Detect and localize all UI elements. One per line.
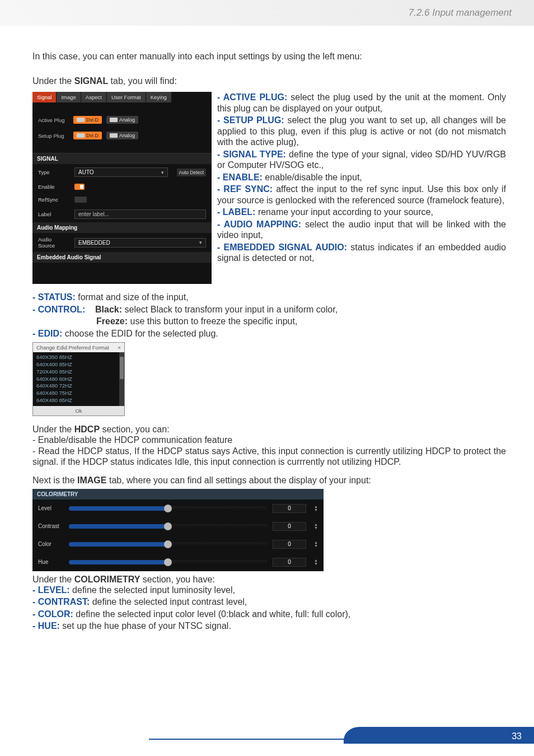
hue-value[interactable]: 0 bbox=[273, 558, 306, 567]
type-select[interactable]: AUTO▾ bbox=[74, 167, 168, 177]
hdcp-line-1: - Enable/disable the HDCP communication … bbox=[32, 435, 506, 446]
chevron-down-icon: ▾ bbox=[199, 240, 202, 245]
hdmi-icon bbox=[77, 118, 85, 122]
contrast-row: Contrast 0 ▲▼ bbox=[32, 517, 324, 535]
under-hdcp-line: Under the HDCP section, you can: bbox=[32, 424, 506, 435]
list-item[interactable]: 640X480 60HZ bbox=[36, 376, 124, 383]
under-signal-line: Under the SIGNAL tab, you will find: bbox=[32, 76, 506, 86]
color-value[interactable]: 0 bbox=[273, 540, 306, 549]
tab-signal[interactable]: Signal bbox=[32, 92, 57, 102]
setup-plug-analog[interactable]: Analog bbox=[106, 132, 138, 139]
label-label: Label bbox=[38, 211, 69, 217]
contrast-value[interactable]: 0 bbox=[273, 522, 306, 531]
label-input[interactable]: enter label... bbox=[74, 209, 206, 219]
signal-subheader: SIGNAL bbox=[32, 153, 212, 164]
type-label: Type bbox=[38, 169, 69, 175]
list-item[interactable]: 720X400 85HZ bbox=[36, 368, 124, 376]
signal-panel-screenshot: Signal Image Aspect User Format Keying A… bbox=[32, 92, 212, 284]
tab-user-format[interactable]: User Format bbox=[107, 92, 146, 102]
close-icon[interactable]: × bbox=[118, 344, 121, 351]
vga-icon bbox=[110, 118, 118, 122]
setup-plug-label: Setup Plug bbox=[38, 133, 69, 139]
control-freeze-line: Freeze: use this button to freeze the sp… bbox=[32, 316, 506, 327]
colorimetry-panel-screenshot: COLORIMETRY Level 0 ▲▼ Contrast 0 ▲▼ Col… bbox=[32, 489, 324, 571]
status-line: - STATUS: format and size of the input, bbox=[32, 292, 506, 303]
enable-toggle[interactable] bbox=[74, 184, 85, 190]
footer-swoosh bbox=[344, 727, 534, 744]
list-item[interactable]: 640X400 85HZ bbox=[36, 361, 124, 368]
audio-source-label: Audio Source bbox=[38, 236, 69, 249]
ok-button[interactable]: Ok bbox=[33, 406, 124, 416]
hue-def: - HUE: set up the hue phase of your NTSC… bbox=[32, 620, 506, 632]
signal-definitions: - ACTIVE PLUG: select the plug used by t… bbox=[217, 92, 506, 284]
edid-modal-screenshot: Change Edid Preferred Format × 640X350 8… bbox=[32, 342, 125, 416]
audio-source-select[interactable]: EMBEDDED▾ bbox=[74, 238, 206, 248]
setup-plug-dvid[interactable]: Dvi.D bbox=[73, 132, 102, 139]
stepper-icon[interactable]: ▲▼ bbox=[314, 523, 318, 530]
level-value[interactable]: 0 bbox=[273, 504, 306, 513]
control-black-line: - CONTROL: Black: select Black to transf… bbox=[32, 304, 506, 315]
level-row: Level 0 ▲▼ bbox=[32, 500, 324, 517]
hdcp-line-2: - Read the HDCP status, If the HDCP stat… bbox=[32, 446, 506, 468]
embedded-audio-header: Embedded Audio Signal bbox=[32, 252, 212, 263]
signal-tabs: Signal Image Aspect User Format Keying bbox=[32, 92, 212, 102]
active-plug-analog[interactable]: Analog bbox=[106, 116, 138, 124]
edid-list[interactable]: 640X350 85HZ 640X400 85HZ 720X400 85HZ 6… bbox=[33, 352, 124, 406]
tab-image[interactable]: Image bbox=[57, 92, 81, 102]
active-plug-label: Active Plug bbox=[38, 117, 69, 123]
list-item[interactable]: 640X350 85HZ bbox=[36, 354, 124, 361]
colorimetry-header: COLORIMETRY bbox=[32, 489, 324, 500]
list-item[interactable]: 640X480 72HZ bbox=[36, 382, 124, 390]
level-slider[interactable] bbox=[69, 506, 267, 511]
list-item[interactable]: 640X480 75HZ bbox=[36, 390, 124, 397]
contrast-def: - CONTRAST: define the selected input co… bbox=[32, 596, 506, 608]
chevron-down-icon: ▾ bbox=[161, 170, 164, 175]
level-def: - LEVEL: define the selected input lumin… bbox=[32, 585, 506, 596]
stepper-icon[interactable]: ▲▼ bbox=[314, 541, 318, 548]
tab-keying[interactable]: Keying bbox=[146, 92, 172, 102]
color-def: - COLOR: define the selected input color… bbox=[32, 609, 506, 620]
edid-line: - EDID: choose the EDID for the selected… bbox=[32, 328, 506, 339]
active-plug-dvid[interactable]: Dvi.D bbox=[73, 116, 102, 124]
page-number: 33 bbox=[512, 731, 522, 741]
tab-aspect[interactable]: Aspect bbox=[81, 92, 107, 102]
contrast-slider[interactable] bbox=[69, 524, 267, 529]
header-section-title: 7.2.6 Input management bbox=[409, 7, 512, 18]
next-image-line: Next is the IMAGE tab, where you can fin… bbox=[32, 475, 506, 486]
hue-row: Hue 0 ▲▼ bbox=[32, 553, 324, 571]
scrollbar[interactable] bbox=[119, 352, 124, 406]
page-header: 7.2.6 Input management bbox=[0, 0, 534, 26]
vga-icon bbox=[110, 133, 118, 138]
under-colorimetry-line: Under the COLORIMETRY section, you have: bbox=[32, 575, 506, 585]
refsync-toggle[interactable] bbox=[74, 197, 87, 203]
color-slider[interactable] bbox=[69, 542, 267, 547]
auto-detect-button[interactable]: Auto Detect bbox=[177, 169, 206, 176]
list-item[interactable]: 640X480 85HZ bbox=[36, 397, 124, 404]
enable-label: Enable bbox=[38, 184, 69, 190]
refsync-label: RefSync bbox=[38, 197, 69, 203]
hue-slider[interactable] bbox=[69, 560, 267, 564]
stepper-icon[interactable]: ▲▼ bbox=[314, 559, 318, 566]
stepper-icon[interactable]: ▲▼ bbox=[314, 505, 318, 512]
edid-modal-title: Change Edid Preferred Format bbox=[36, 344, 109, 351]
intro-text: In this case, you can enter manually int… bbox=[32, 52, 506, 62]
color-row: Color 0 ▲▼ bbox=[32, 535, 324, 553]
audio-mapping-header: Audio Mapping bbox=[32, 222, 212, 233]
hdmi-icon bbox=[77, 133, 85, 138]
